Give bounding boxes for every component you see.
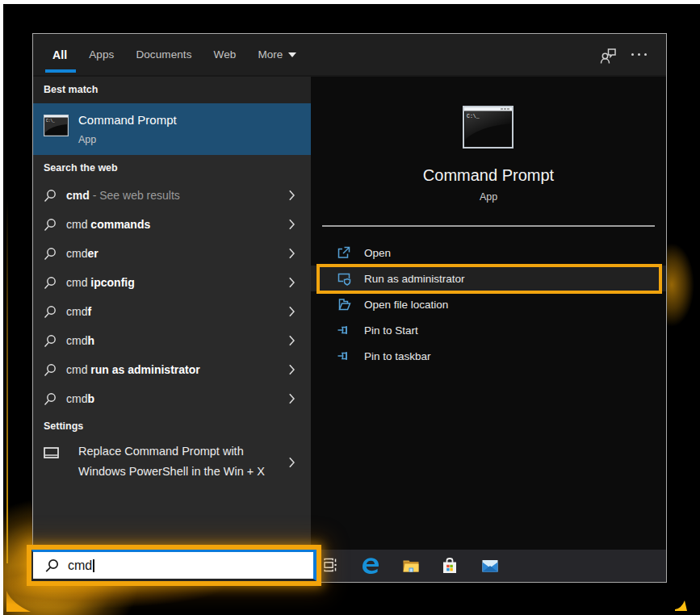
suggestion-row[interactable]: cmd - See web results xyxy=(33,181,311,210)
suggestion-row[interactable]: cmd ipconfig xyxy=(33,268,311,297)
orange-decor-line xyxy=(6,199,8,563)
search-icon xyxy=(44,218,57,232)
open-icon xyxy=(336,245,352,261)
web-suggestions: cmd - See web results cmd commands cmder… xyxy=(33,181,311,413)
action-label: Pin to taskbar xyxy=(364,350,431,362)
best-match-result[interactable]: C:\_ Command Prompt App xyxy=(33,103,311,155)
action-label: Run as administrator xyxy=(364,273,465,285)
tab-all[interactable]: All xyxy=(52,48,67,61)
pin-icon xyxy=(336,348,352,364)
shield-window-icon xyxy=(336,270,352,287)
command-prompt-icon-large: C:\_ xyxy=(463,106,513,149)
see-more-icon[interactable] xyxy=(631,53,651,56)
suggestion-text: cmd run as administrator xyxy=(66,363,200,376)
action-pin-to-taskbar[interactable]: Pin to taskbar xyxy=(311,343,666,369)
svg-text:C:\_: C:\_ xyxy=(467,114,480,119)
pin-icon xyxy=(336,322,352,338)
chevron-right-icon[interactable] xyxy=(289,336,295,346)
suggestion-text: cmder xyxy=(66,247,99,260)
active-tab-underline xyxy=(45,69,76,73)
tab-more-label: More xyxy=(258,48,283,61)
suggestion-row[interactable]: cmd run as administrator xyxy=(33,355,311,384)
search-icon xyxy=(44,189,57,203)
best-match-subtitle: App xyxy=(78,133,177,146)
text-caret xyxy=(93,559,94,572)
best-match-header: Best match xyxy=(33,77,311,103)
suggestion-text: cmd - See web results xyxy=(66,189,180,202)
settings-header: Settings xyxy=(33,413,311,440)
search-icon xyxy=(44,276,57,290)
search-the-web-header-wrap: Search the web xyxy=(33,155,311,182)
command-prompt-icon: C:\_ xyxy=(44,115,69,136)
svg-text:C:\_: C:\_ xyxy=(46,119,55,123)
chevron-right-icon[interactable] xyxy=(289,365,295,375)
feedback-icon[interactable] xyxy=(598,46,618,65)
action-label: Open file location xyxy=(364,299,448,311)
image-frame-top xyxy=(0,0,700,4)
suggestion-row[interactable]: cmdf xyxy=(33,297,311,326)
search-icon xyxy=(44,305,57,319)
suggestion-text: cmdb xyxy=(66,392,94,405)
settings-result[interactable]: Replace Command Prompt with Windows Powe… xyxy=(33,440,311,484)
suggestion-row[interactable]: cmd commands xyxy=(33,210,311,239)
suggestion-row[interactable]: cmdh xyxy=(33,326,311,355)
search-icon xyxy=(45,559,60,573)
suggestion-text: cmdf xyxy=(66,305,91,318)
search-flyout-window: All Apps Documents Web More Best match xyxy=(32,33,667,583)
store-icon[interactable] xyxy=(440,556,459,575)
tab-web[interactable]: Web xyxy=(214,48,237,61)
orange-swoosh xyxy=(675,599,690,612)
mail-icon[interactable] xyxy=(480,556,500,575)
best-match-text: Command Prompt App xyxy=(78,112,177,146)
best-match-header-strip: Best match xyxy=(33,77,311,103)
search-icon xyxy=(44,334,57,348)
action-run-as-administrator[interactable]: Run as administrator xyxy=(311,266,666,291)
suggestion-text: cmd commands xyxy=(66,218,150,231)
tab-more[interactable]: More xyxy=(258,48,296,61)
chevron-right-icon[interactable] xyxy=(289,458,295,468)
file-explorer-icon[interactable] xyxy=(401,556,421,575)
suggestion-row[interactable]: cmdb xyxy=(33,384,311,413)
preview-panel: C:\_ Command Prompt App Open xyxy=(311,77,666,550)
search-icon xyxy=(44,247,57,261)
chevron-right-icon[interactable] xyxy=(289,307,295,317)
chevron-right-icon[interactable] xyxy=(289,394,295,404)
chevron-right-icon[interactable] xyxy=(289,220,295,230)
search-the-web-header: Search the web xyxy=(33,155,311,182)
action-pin-to-start[interactable]: Pin to Start xyxy=(311,317,666,343)
preview-subtitle: App xyxy=(311,190,666,204)
tab-documents[interactable]: Documents xyxy=(136,48,191,61)
suggestion-text: cmd ipconfig xyxy=(66,276,135,289)
preview-title: Command Prompt xyxy=(311,165,666,186)
search-input-value: cmd xyxy=(68,559,94,573)
search-tabbar: All Apps Documents Web More xyxy=(33,34,666,77)
action-list: Open Run as administrator Open file loca… xyxy=(311,240,666,369)
chevron-right-icon[interactable] xyxy=(289,190,295,201)
best-match-title: Command Prompt xyxy=(78,112,177,128)
results-panel: Best match C:\_ Command Prompt App Searc… xyxy=(33,77,311,550)
suggestion-row[interactable]: cmder xyxy=(33,239,311,268)
action-open-file-location[interactable]: Open file location xyxy=(311,291,666,317)
search-content: Best match C:\_ Command Prompt App Searc… xyxy=(33,77,666,550)
task-view-icon[interactable] xyxy=(321,556,338,574)
action-label: Open xyxy=(364,247,391,259)
taskbar-search-box[interactable]: cmd xyxy=(31,550,316,581)
search-icon xyxy=(44,363,57,377)
settings-header-wrap: Settings xyxy=(33,413,311,440)
annotation-search-box: cmd xyxy=(27,545,321,586)
action-label: Pin to Start xyxy=(364,324,418,337)
image-frame-left xyxy=(0,0,3,615)
search-icon xyxy=(44,392,57,406)
tab-apps[interactable]: Apps xyxy=(89,48,114,61)
edge-icon[interactable] xyxy=(361,556,380,575)
chevron-right-icon[interactable] xyxy=(289,249,295,259)
suggestion-text: cmdh xyxy=(66,334,94,347)
folder-location-icon xyxy=(336,296,352,312)
action-open[interactable]: Open xyxy=(311,240,666,266)
chevron-down-icon xyxy=(288,52,296,57)
settings-result-text: Replace Command Prompt with Windows Powe… xyxy=(78,441,265,482)
window-taskbar-icon xyxy=(44,447,59,458)
preview-separator xyxy=(322,225,655,227)
chevron-right-icon[interactable] xyxy=(289,278,295,288)
